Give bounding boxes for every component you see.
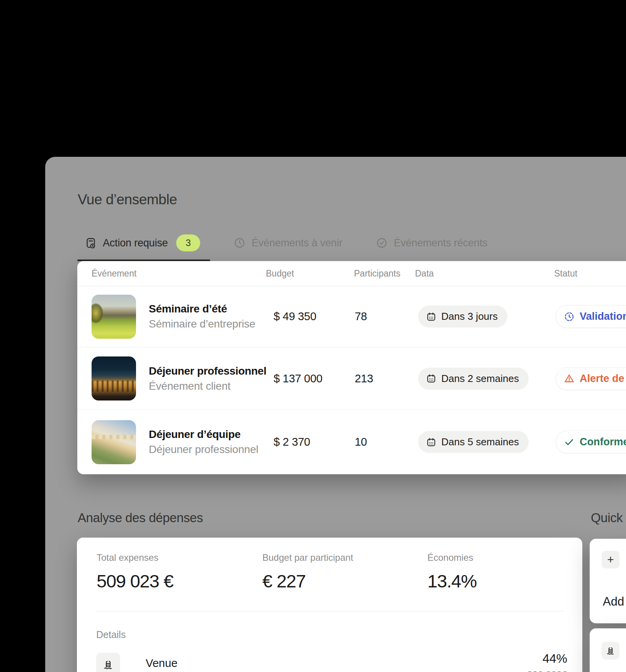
tab-evenements-recents[interactable]: Événements récents [376,233,488,253]
stat-value: 13.4% [427,570,476,592]
quick-section-title: Quick [591,511,623,525]
detail-row-venue[interactable]: Venue 44% 226 000€ [96,652,567,672]
clock-icon [234,237,245,249]
date-chip-label: Dans 5 semaines [441,436,519,448]
participants-value: 213 [355,372,373,385]
budget-value: $ 49 350 [274,310,316,323]
budget-value: $ 2 370 [274,436,310,448]
check-icon [564,437,575,448]
event-thumbnail [92,295,136,339]
event-title: Déjeuner professionnel [149,366,267,377]
event-subtitle: Déjeuner professionnel [149,444,259,455]
tab-label: Événements récents [394,237,488,249]
event-thumbnail [92,356,136,400]
quick-add-label: Add [603,595,624,609]
event-subtitle: Événement client [149,381,267,392]
screen: Vue d’ensemble Action requise 3 Événemen… [0,0,626,672]
detail-label: Venue [146,657,177,670]
divider [95,611,564,611]
calendar-icon [426,437,436,447]
event-title: Déjeuner d’équipe [149,429,259,440]
calendar-icon [426,312,436,322]
table-row[interactable]: Séminaire d’été Séminaire d’entreprise $… [77,286,626,347]
participants-value: 10 [355,436,367,448]
column-header-status: Statut [554,261,577,286]
ladder-icon [102,659,114,670]
column-header-budget: Budget [266,261,294,286]
clock-pending-icon [564,311,575,322]
table-row[interactable]: Déjeuner professionnel Événement client … [77,347,626,409]
detail-percent: 44% [527,652,567,666]
stat-value: 509 023 € [97,570,173,592]
event-subtitle: Séminaire d’entreprise [149,319,255,329]
venue-icon-box [96,653,120,672]
status-label: Alerte de c [580,373,626,385]
active-tab-underline [77,260,210,261]
status-pill[interactable]: Alerte de c [556,367,626,390]
table-header: Événement Budget Participants Data Statu… [77,261,626,286]
tab-label: Action requise [103,237,168,249]
calendar-icon [426,373,436,384]
stat-total-expenses: Total expenses 509 023 € [97,552,173,592]
stat-value: € 227 [262,570,353,592]
status-pill[interactable]: Conforme [556,431,626,453]
page-title: Vue d’ensemble [78,192,177,208]
event-thumbnail [92,420,136,464]
tab-count-badge: 3 [176,234,200,251]
stat-label: Total expenses [97,552,173,563]
ladder-icon-box [602,642,619,660]
detail-amount: 226 000€ [527,669,567,672]
participants-value: 78 [355,310,367,323]
date-chip-label: Dans 3 jours [441,311,498,322]
expense-analysis-card: Total expenses 509 023 € Budget par part… [77,538,582,672]
table-row[interactable]: Déjeuner d’équipe Déjeuner professionnel… [77,409,626,475]
details-label: Details [96,629,126,640]
action-required-table: Événement Budget Participants Data Statu… [77,261,626,474]
date-chip: Dans 2 semaines [418,368,529,390]
event-title: Séminaire d’été [149,304,255,314]
column-header-participants: Participants [354,261,400,286]
stat-label: Budget par participant [262,552,353,563]
stat-label: Économies [427,552,476,563]
date-chip: Dans 5 semaines [418,431,529,453]
tab-label: Événements à venir [252,237,342,249]
budget-value: $ 137 000 [274,372,322,385]
tab-action-requise[interactable]: Action requise 3 [85,233,200,253]
stat-savings: Économies 13.4% [427,552,476,592]
warning-triangle-icon [564,373,575,384]
plus-button[interactable]: + [602,551,619,568]
stat-budget-per-participant: Budget par participant € 227 [262,552,353,592]
task-clock-icon [85,237,97,249]
status-label: Validation r [580,311,626,322]
date-chip: Dans 3 jours [418,305,507,328]
column-header-event: Événement [92,261,136,286]
status-pill[interactable]: Validation r [556,305,626,328]
check-circle-icon [376,237,388,249]
quick-venue-card[interactable] [590,628,626,672]
status-label: Conforme [580,436,626,448]
column-header-data: Data [415,261,434,286]
expenses-section-title: Analyse des dépenses [78,511,203,525]
ladder-icon [606,646,616,656]
date-chip-label: Dans 2 semaines [441,373,519,385]
tab-evenements-a-venir[interactable]: Événements à venir [234,233,342,253]
quick-add-card[interactable]: + Add [590,539,626,623]
